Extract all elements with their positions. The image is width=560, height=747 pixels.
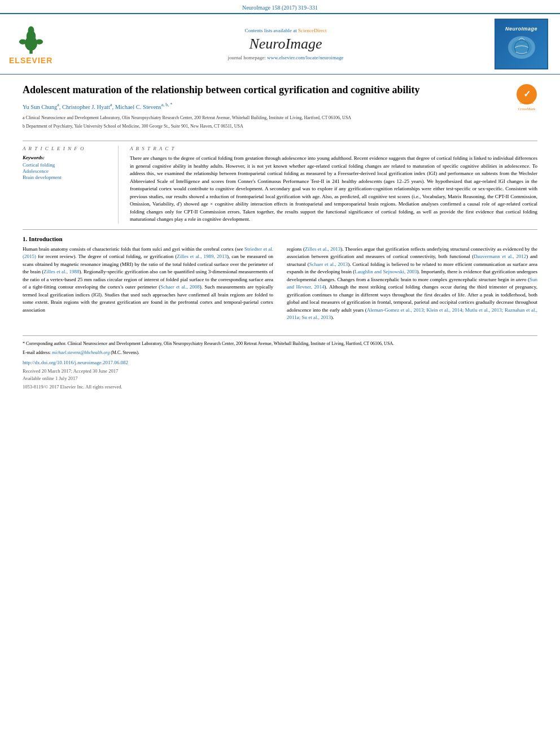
ref-aleman[interactable]: Aleman-Gomez et al., 2013; Klein et al.,…	[287, 307, 537, 321]
article-title: Adolescent maturation of the relationshi…	[23, 84, 508, 97]
elsevier-wordmark: ELSEVIER	[9, 56, 53, 65]
email-label: E-mail address:	[23, 350, 51, 355]
section-title-text: Introduction	[29, 235, 63, 242]
svg-text:CrossMark: CrossMark	[520, 101, 534, 104]
author-1-sup: a	[57, 102, 59, 107]
received-text: Received 20 March 2017; Accepted 30 June…	[23, 368, 118, 374]
keyword-3: Brain development	[23, 174, 111, 180]
doi-link[interactable]: http://dx.doi.org/10.1016/j.neuroimage.2…	[23, 360, 537, 365]
abstract-col: A B S T R A C T There are changes to the…	[130, 146, 537, 224]
contents-text: Contents lists available at	[245, 28, 297, 33]
journal-name-display: NeuroImage	[88, 36, 483, 53]
page-wrapper: NeuroImage 158 (2017) 319–331 ELSEVIER	[0, 0, 560, 747]
article-info-grid: A R T I C L E I N F O Keywords: Cortical…	[23, 146, 537, 224]
affiliation-a: a Clinical Neuroscience and Development …	[23, 115, 508, 121]
neuroimage-badge: NeuroImage	[495, 19, 548, 69]
crossmark-icon: ✓ CrossMark	[516, 84, 537, 105]
svg-point-3	[28, 26, 34, 34]
author-2-sup: a	[110, 102, 112, 107]
svg-point-5	[36, 39, 43, 44]
author-3: Michael C. Stevens	[115, 104, 161, 110]
ref-zilles-3[interactable]: Zilles et al., 2013	[305, 246, 340, 252]
intro-para-right: regions (Zilles et al., 2013). Theories …	[287, 246, 537, 322]
authors-line: Yu Sun Chunga, Christopher J. Hyatta, Mi…	[23, 102, 508, 110]
article-title-section: Adolescent maturation of the relationshi…	[23, 84, 537, 135]
ref-zilles-2[interactable]: Zilles et al., 1988	[43, 269, 79, 274]
main-content: Adolescent maturation of the relationshi…	[0, 75, 560, 399]
abstract-label: A B S T R A C T	[130, 146, 537, 151]
ref-zilles-1[interactable]: Zilles et al., 1989, 2013	[177, 254, 227, 259]
homepage-url[interactable]: www.elsevier.com/locate/neuroimage	[267, 55, 343, 60]
section-title: 1. Introduction	[23, 235, 537, 242]
email-address[interactable]: michael.stevens@hhchealth.org	[52, 350, 110, 355]
intro-col-left: Human brain anatomy consists of characte…	[23, 246, 273, 326]
brain-icon	[505, 32, 539, 63]
email-line: E-mail address: michael.stevens@hhchealt…	[23, 350, 537, 356]
intro-col-right: regions (Zilles et al., 2013). Theories …	[287, 246, 537, 326]
journal-homepage-line: journal homepage: www.elsevier.com/locat…	[88, 55, 483, 60]
sciencedirect-link[interactable]: ScienceDirect	[298, 28, 326, 33]
ref-striedter[interactable]: Striedter et al. (2015)	[23, 246, 273, 260]
title-divider	[23, 141, 537, 141]
ref-dauvermann[interactable]: Dauvermann et al., 2012	[474, 254, 526, 259]
journal-ref-text: NeuroImage 158 (2017) 319–331	[242, 5, 318, 11]
keyword-2: Adolescence	[23, 168, 111, 174]
svg-text:✓: ✓	[523, 89, 531, 99]
two-col-layout: Human brain anatomy consists of characte…	[23, 246, 537, 326]
available-text: Available online 1 July 2017	[23, 375, 78, 381]
ref-schaer-2[interactable]: Schaer et al., 2013	[309, 261, 348, 267]
journal-header-center: Contents lists available at ScienceDirec…	[77, 28, 495, 60]
in-utero-text: in utero	[510, 277, 526, 282]
journal-ref-top: NeuroImage 158 (2017) 319–331	[0, 0, 560, 13]
affiliation-b: b Department of Psychiatry, Yale Univers…	[23, 123, 508, 129]
contents-available-line: Contents lists available at ScienceDirec…	[88, 28, 483, 33]
intro-para-left: Human brain anatomy consists of characte…	[23, 246, 273, 314]
introduction-section: 1. Introduction Human brain anatomy cons…	[23, 235, 537, 326]
svg-point-4	[19, 39, 27, 44]
keywords-label: Keywords:	[23, 155, 111, 160]
corresponding-note: * Corresponding author. Clinical Neurosc…	[23, 340, 537, 347]
homepage-label: journal homepage:	[228, 55, 266, 60]
author-3-sup: a, b, *	[161, 102, 173, 107]
copyright-text: 1053-8119/© 2017 Elsevier Inc. All right…	[23, 384, 537, 390]
received-dates: Received 20 March 2017; Accepted 30 June…	[23, 368, 537, 383]
elsevier-tree-icon	[14, 24, 48, 55]
abstract-text: There are changes to the degree of corti…	[130, 155, 537, 224]
neuroimage-badge-area: NeuroImage	[495, 19, 551, 69]
journal-header: ELSEVIER Contents lists available at Sci…	[0, 13, 560, 75]
article-title-area: Adolescent maturation of the relationshi…	[23, 84, 508, 132]
badge-title-text: NeuroImage	[505, 26, 537, 32]
elsevier-logo-area: ELSEVIER	[9, 24, 77, 65]
elsevier-logo: ELSEVIER	[9, 24, 53, 65]
author-2: Christopher J. Hyatt	[62, 104, 110, 110]
crossmark-label: CrossMark	[516, 107, 537, 111]
email-suffix: (M.C. Stevens).	[111, 350, 139, 355]
section-number: 1.	[23, 235, 27, 242]
author-1: Yu Sun Chung	[23, 104, 57, 110]
crossmark-area[interactable]: ✓ CrossMark CrossMark	[516, 84, 537, 111]
ref-laughlin[interactable]: Laughlin and Sejnowski, 2003	[355, 269, 417, 274]
article-info-col: A R T I C L E I N F O Keywords: Cortical…	[23, 146, 119, 224]
ref-schaer-1[interactable]: Schaer et al., 2008	[160, 284, 200, 290]
article-info-label: A R T I C L E I N F O	[23, 146, 111, 151]
footer-section: * Corresponding author. Clinical Neurosc…	[23, 335, 537, 390]
keyword-1: Cortical folding	[23, 162, 111, 168]
ref-sun[interactable]: Sun and Hevner, 2014	[287, 277, 537, 290]
abstract-divider	[23, 229, 537, 230]
